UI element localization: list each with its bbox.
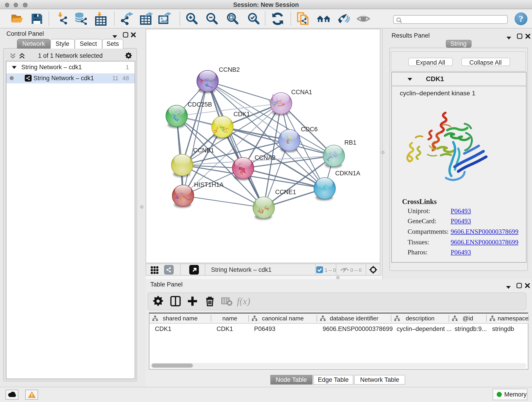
svg-text:CDK1: CDK1 (233, 111, 250, 118)
svg-text:RB1: RB1 (344, 139, 356, 146)
svg-text:CDC25B: CDC25B (187, 101, 212, 108)
svg-text:CCNA2: CCNA2 (254, 154, 275, 161)
svg-text:?: ? (519, 14, 523, 24)
svg-text:CDC6: CDC6 (301, 126, 317, 133)
svg-text:CDKN1A: CDKN1A (335, 170, 360, 177)
svg-text:CCNB1: CCNB1 (193, 147, 214, 154)
svg-text:CCNA1: CCNA1 (291, 89, 312, 96)
svg-text:HIST1H1A: HIST1H1A (194, 181, 223, 188)
svg-text:CCNE1: CCNE1 (275, 189, 296, 196)
svg-text:CCNB2: CCNB2 (219, 66, 240, 73)
